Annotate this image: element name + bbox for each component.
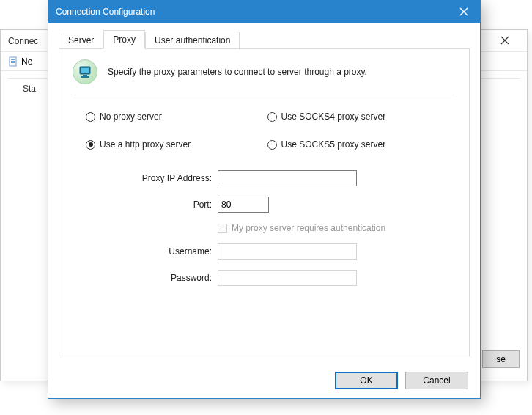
- password-label: Password:: [73, 273, 212, 283]
- panel-description: Specify the proxy parameters to connect …: [108, 67, 367, 77]
- panel-header: Specify the proxy parameters to connect …: [73, 59, 456, 95]
- radio-label: No proxy server: [100, 111, 162, 122]
- panel-divider: [74, 95, 454, 95]
- background-close-button[interactable]: se: [482, 350, 520, 368]
- document-icon: [8, 56, 18, 67]
- radio-http-proxy[interactable]: Use a http proxy server: [86, 139, 262, 150]
- background-buttonbar: se: [482, 341, 520, 378]
- proxy-form: Proxy IP Address: Port: My proxy server …: [73, 157, 456, 286]
- radio-label: Use SOCKS5 proxy server: [281, 139, 386, 150]
- tab-user-auth[interactable]: User authentication: [145, 32, 240, 48]
- radio-icon: [86, 140, 95, 150]
- proxy-ip-input[interactable]: [218, 170, 357, 186]
- row-auth-checkbox: My proxy server requires authentication: [73, 223, 456, 233]
- tab-server[interactable]: Server: [59, 32, 103, 48]
- radio-icon: [267, 140, 277, 150]
- connection-config-dialog: Connection Configuration Server Proxy Us…: [48, 0, 481, 399]
- tab-proxy[interactable]: Proxy: [103, 30, 145, 49]
- network-settings-icon: [73, 59, 97, 84]
- background-toolbar-label[interactable]: Ne: [21, 56, 32, 67]
- radio-icon: [267, 112, 277, 122]
- checkbox-icon: [218, 224, 227, 233]
- port-label: Port:: [73, 199, 212, 210]
- row-username: Username:: [73, 243, 456, 260]
- row-proxy-ip: Proxy IP Address:: [73, 170, 456, 186]
- svg-rect-3: [11, 59, 15, 60]
- dialog-title: Connection Configuration: [56, 7, 155, 17]
- tab-panel-proxy: Specify the proxy parameters to connect …: [59, 48, 470, 356]
- proxy-type-group: No proxy server Use SOCKS4 proxy server …: [73, 111, 456, 157]
- dialog-titlebar[interactable]: Connection Configuration: [48, 1, 480, 23]
- username-label: Username:: [73, 246, 212, 257]
- cancel-button[interactable]: Cancel: [405, 372, 468, 389]
- dialog-content: Server Proxy User authentication Specify…: [48, 23, 480, 369]
- radio-icon: [86, 112, 95, 122]
- background-title: Connec: [8, 36, 38, 46]
- radio-socks4[interactable]: Use SOCKS4 proxy server: [267, 111, 443, 122]
- svg-rect-5: [11, 62, 15, 63]
- row-port: Port:: [73, 197, 456, 213]
- svg-rect-11: [81, 76, 89, 78]
- svg-rect-10: [83, 75, 87, 76]
- password-input: [218, 270, 357, 286]
- dialog-button-row: OK Cancel: [48, 369, 480, 398]
- radio-socks5[interactable]: Use SOCKS5 proxy server: [267, 139, 443, 150]
- close-icon[interactable]: [447, 1, 480, 23]
- radio-label: Use a http proxy server: [100, 139, 191, 150]
- ok-button[interactable]: OK: [335, 372, 398, 389]
- username-input: [218, 243, 357, 260]
- proxy-ip-label: Proxy IP Address:: [73, 173, 212, 183]
- radio-label: Use SOCKS4 proxy server: [281, 111, 386, 122]
- background-close-icon[interactable]: [490, 35, 520, 47]
- svg-rect-4: [11, 61, 15, 62]
- auth-checkbox-label: My proxy server requires authentication: [232, 223, 385, 233]
- svg-rect-9: [81, 68, 89, 73]
- radio-no-proxy[interactable]: No proxy server: [86, 111, 262, 122]
- row-password: Password:: [73, 270, 456, 286]
- tab-strip: Server Proxy User authentication: [59, 30, 470, 48]
- port-input[interactable]: [218, 197, 269, 213]
- auth-required-checkbox[interactable]: My proxy server requires authentication: [218, 223, 456, 233]
